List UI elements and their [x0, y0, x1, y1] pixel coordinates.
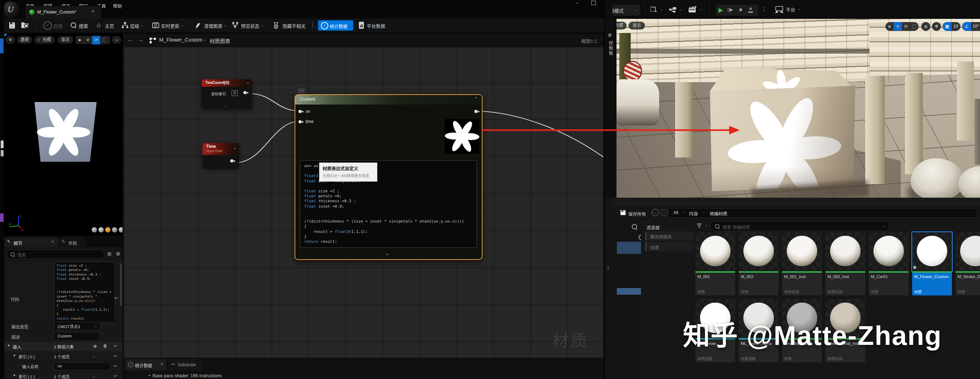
hide-unrelated-button[interactable]: 隐藏不相关	[283, 22, 305, 29]
add-actor-icon[interactable]: ❒+	[650, 6, 658, 14]
tab-substrate[interactable]: ≔ Substrate	[169, 360, 202, 370]
move-tool-icon[interactable]: ✛	[84, 36, 92, 45]
search-icon[interactable]	[632, 224, 637, 229]
texcoord-field-value[interactable]: 0	[232, 90, 238, 96]
custom-time-pin[interactable]	[299, 120, 302, 123]
angle-snap-value[interactable]: 10°	[972, 24, 979, 29]
scale-tool-icon[interactable]: ⛶	[100, 36, 108, 45]
hide-unrelated-icon[interactable]	[273, 21, 281, 29]
play-button[interactable]: ▶	[719, 6, 723, 14]
tab-close-icon[interactable]: ✕	[161, 362, 164, 366]
level-viewport[interactable]: 光照 显示 ➤✛⟳⛶ ⊕ ✥ ▦ 10 ∠ 10°	[617, 19, 980, 197]
collapse-chevron-icon[interactable]: ⌃	[474, 96, 477, 101]
details-scrollbar[interactable]	[120, 263, 122, 306]
stats-button[interactable]: i 统计数据	[318, 20, 353, 30]
show-button[interactable]: 显示	[628, 22, 645, 30]
cinematics-icon[interactable]	[688, 6, 697, 14]
mode-select-dropdown[interactable]: 选择模式 ⌄	[612, 5, 640, 16]
panel-tab-label[interactable]: 控制板	[608, 41, 614, 56]
shape-mesh-icon[interactable]	[119, 227, 123, 232]
input-category-row[interactable]: ▼ 输入 2 数组元素 ⊕ 🗑 ↩	[4, 342, 123, 351]
eject-button[interactable]: ▲▬	[748, 5, 753, 11]
blueprints-icon[interactable]	[669, 6, 677, 13]
custom-node-dots[interactable]: …	[298, 89, 305, 93]
cinematics-chevron-icon[interactable]: ⌄	[699, 7, 702, 11]
history-forward-icon[interactable]: →	[660, 209, 668, 216]
rotate-tool-icon[interactable]: ⟳	[92, 36, 100, 45]
shape-cube-icon[interactable]	[112, 227, 117, 232]
funnel-chevron-icon[interactable]: ⌄	[705, 223, 708, 227]
code-value-box[interactable]: float size =2 ;float petals =6;float thi…	[54, 262, 115, 323]
apply-icon[interactable]: ✓	[43, 21, 52, 30]
hierarchy-button[interactable]: 层级	[130, 22, 139, 29]
time-output-pin[interactable]	[230, 159, 234, 162]
asset-tile[interactable]: M_Car01 材质	[869, 232, 908, 295]
asset-tile[interactable]: M_001 材质	[695, 232, 735, 295]
expand-arrow-icon[interactable]: ▼	[13, 374, 16, 377]
more-options-icon[interactable]: ⋮	[310, 21, 315, 28]
menu-help[interactable]: 帮助	[113, 3, 122, 9]
browse-icon[interactable]	[21, 21, 30, 30]
live-update-button[interactable]: 实时更新	[161, 22, 180, 29]
grid-snap-icon[interactable]: ▦	[943, 22, 951, 31]
apply-button[interactable]: 应用	[53, 22, 62, 29]
home-button[interactable]: 主页	[105, 22, 114, 29]
save-icon[interactable]	[8, 21, 16, 30]
lit-mode-button[interactable]: 光照	[617, 22, 627, 30]
search-icon[interactable]	[71, 22, 76, 28]
clean-graph-chevron-icon[interactable]: ⌄	[223, 23, 226, 27]
blueprints-chevron-icon[interactable]: ⌄	[679, 7, 682, 11]
index0-row[interactable]: ▼ 索引 [ 0 ] 1 个成员 ⌄ ↩	[4, 352, 123, 361]
asset-tab[interactable]: M_Flower_Custom* ✕	[25, 6, 102, 19]
history-back-icon[interactable]: ←	[652, 209, 659, 216]
collection-item-selected[interactable]	[617, 242, 641, 254]
asset-tile[interactable]: M_002 材质	[739, 232, 778, 295]
platform-stats-icon[interactable]	[358, 21, 364, 29]
scale-tool-icon[interactable]: ⛶	[910, 22, 918, 30]
tab-stats[interactable]: i 统计数据 ✕	[125, 360, 166, 370]
asset-tile[interactable]: M_002_Inst 材质实例	[826, 232, 865, 295]
preview-state-chevron-icon[interactable]: ⌄	[261, 23, 264, 27]
expand-chevron-icon[interactable]: ⌃	[385, 253, 389, 258]
texcoord-output-pin[interactable]	[243, 91, 247, 94]
undo-icon[interactable]: ↩	[115, 295, 118, 301]
grid-snap-value[interactable]: 10	[953, 24, 958, 29]
tab-params[interactable]: ✎ 参数	[59, 237, 86, 247]
stop-button[interactable]: ■	[739, 6, 742, 13]
live-update-icon[interactable]	[152, 21, 159, 29]
desc-field[interactable]: Custom	[54, 332, 100, 341]
expand-arrow-icon[interactable]: ▼	[7, 344, 10, 347]
move-tool-icon[interactable]: ✛	[894, 22, 902, 30]
undo-icon[interactable]: ↩	[114, 344, 117, 349]
preview-state-button[interactable]: 预览状态	[241, 22, 259, 29]
filter-chip-texture[interactable]: 纹理	[645, 242, 693, 252]
live-update-chevron-icon[interactable]: ⌄	[180, 23, 183, 27]
undo-icon[interactable]: ↩	[114, 373, 117, 378]
platform-button[interactable]: 平台	[786, 6, 795, 13]
show-button[interactable]: 显示	[57, 36, 73, 44]
custom-output-pin[interactable]	[474, 110, 477, 113]
clean-graph-icon[interactable]	[195, 21, 202, 29]
chevron-down-icon[interactable]: ⌄	[882, 224, 885, 228]
home-icon[interactable]: ⌂	[97, 21, 100, 29]
tab-close-icon[interactable]: ✕	[91, 9, 94, 14]
asset-search-bar[interactable]: 搜索 地编材质 ⌄	[710, 221, 890, 231]
clean-graph-button[interactable]: 清理图表	[204, 22, 223, 29]
shape-sphere-icon[interactable]	[99, 227, 104, 232]
preview-state-icon[interactable]	[232, 21, 239, 29]
expand-arrow-icon[interactable]: ▼	[13, 354, 16, 357]
chevron-down-icon[interactable]: ⌄	[92, 354, 95, 358]
time-node[interactable]: Time Input Data ⌄	[202, 143, 239, 168]
tab-close-icon[interactable]: ✕	[51, 240, 54, 244]
custom-uv-pin[interactable]	[299, 110, 302, 113]
settings-gear-icon[interactable]: ⚙	[116, 251, 121, 257]
collection-item[interactable]	[617, 288, 641, 295]
platform-gamepad-icon[interactable]	[775, 6, 784, 13]
crumb-folder[interactable]: 地编材质	[710, 210, 727, 217]
perspective-button[interactable]: 透视	[17, 36, 32, 44]
details-search[interactable]: 搜索	[6, 250, 105, 259]
frame-skip-button[interactable]: ▶|	[729, 6, 733, 13]
select-tool-icon[interactable]: ➤	[886, 22, 894, 30]
world-icon[interactable]: ⊕	[921, 22, 930, 31]
more-tools-icon[interactable]: »	[112, 36, 121, 44]
